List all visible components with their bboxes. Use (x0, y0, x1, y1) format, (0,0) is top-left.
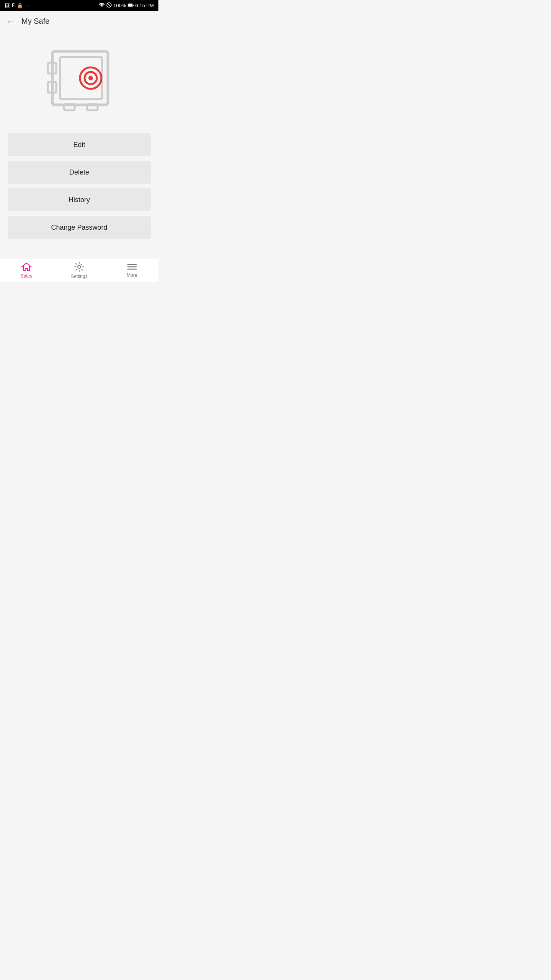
change-password-button[interactable]: Change Password (8, 216, 151, 239)
edit-button[interactable]: Edit (8, 133, 151, 156)
delete-button[interactable]: Delete (8, 161, 151, 184)
svg-point-14 (88, 76, 93, 80)
wifi-icon (99, 3, 105, 8)
svg-point-15 (78, 265, 81, 268)
app-header: ← My Safe (0, 11, 158, 32)
back-button[interactable]: ← (6, 16, 15, 27)
main-content: Edit Delete History Change Password (0, 32, 158, 259)
no-sim-icon (106, 2, 112, 9)
svg-rect-11 (87, 104, 98, 110)
more-nav-label: More (127, 273, 137, 278)
bottom-navigation: Safes Settings More (0, 259, 158, 282)
svg-rect-10 (64, 104, 75, 110)
safes-nav-item[interactable]: Safes (0, 259, 53, 282)
history-button[interactable]: History (8, 188, 151, 211)
status-bar-right-icons: 100% 6:15 PM (99, 2, 154, 9)
ellipsis-icon: ··· (25, 3, 29, 8)
settings-nav-item[interactable]: Settings (53, 259, 106, 282)
time-display: 6:15 PM (135, 3, 154, 8)
action-buttons-container: Edit Delete History Change Password (8, 133, 151, 239)
svg-line-2 (107, 3, 111, 7)
battery-percentage: 100% (113, 3, 126, 8)
settings-gear-icon (74, 262, 84, 273)
more-nav-item[interactable]: More (106, 259, 158, 282)
battery-icon (128, 3, 134, 8)
back-arrow-icon: ← (6, 16, 15, 27)
home-icon (21, 262, 31, 273)
more-hamburger-icon (127, 263, 137, 272)
settings-nav-label: Settings (71, 274, 87, 279)
svg-point-0 (101, 6, 102, 7)
status-bar-left-icons: 🖼 F 🔒 ··· (5, 3, 29, 8)
flipboard-icon: F (12, 3, 15, 8)
svg-rect-5 (133, 5, 134, 6)
svg-rect-4 (128, 4, 132, 7)
image-icon: 🖼 (5, 3, 10, 8)
safe-svg-icon (41, 44, 117, 116)
safes-nav-label: Safes (21, 273, 33, 279)
page-title: My Safe (21, 17, 49, 26)
lock-icon: 🔒 (17, 3, 23, 8)
safe-illustration (41, 44, 117, 118)
status-bar: 🖼 F 🔒 ··· 100% 6:15 (0, 0, 158, 11)
